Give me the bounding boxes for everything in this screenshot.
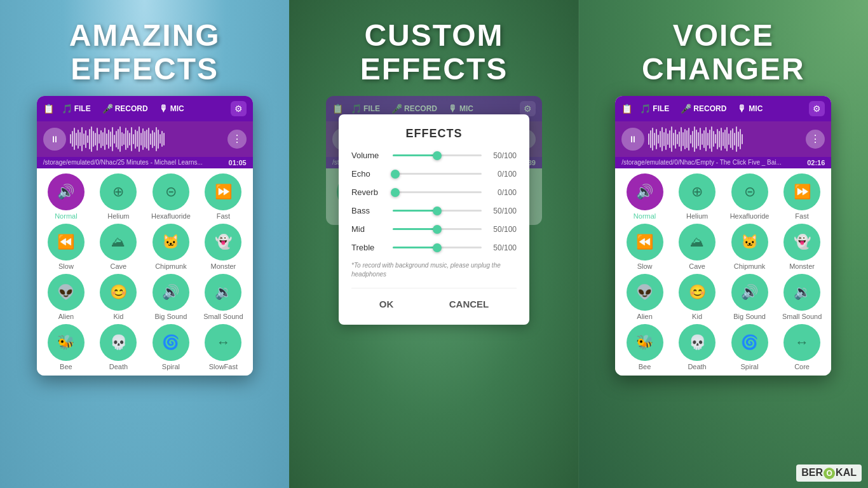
- waveform-bar: [98, 134, 100, 144]
- effect-bee[interactable]: 🐝 Bee: [42, 324, 91, 370]
- waveform-bar: [734, 133, 735, 146]
- pause-button[interactable]: ⏸: [43, 128, 66, 151]
- waveform-bar: [133, 134, 134, 144]
- alien-icon: 👽: [48, 274, 85, 311]
- mic-button[interactable]: 🎙 MIC: [156, 102, 188, 115]
- effect-cave[interactable]: ⛰ Cave: [94, 224, 143, 270]
- more-options-button[interactable]: ⋮: [227, 130, 247, 149]
- reverb-slider-track[interactable]: [393, 191, 482, 193]
- right-settings-button[interactable]: ⚙: [809, 101, 825, 116]
- waveform-bar: [722, 132, 724, 146]
- right-effect-label-big-sound: Big Sound: [733, 313, 766, 320]
- waveform-bar: [707, 133, 709, 146]
- waveform-bar: [675, 130, 676, 149]
- right-effect-cave[interactable]: ⛰ Cave: [673, 224, 722, 270]
- right-effect-core[interactable]: ↔ Core: [778, 324, 827, 370]
- effect-normal[interactable]: 🔊 Normal: [42, 173, 91, 220]
- right-waveform: [648, 126, 802, 152]
- effect-spiral[interactable]: 🌀 Spiral: [147, 324, 196, 370]
- treble-slider-track[interactable]: [393, 247, 482, 248]
- waveform-bar: [106, 133, 107, 145]
- waveform-bar: [658, 135, 659, 144]
- waveform-bar: [700, 128, 701, 150]
- effect-slowfast[interactable]: ↔ SlowFast: [199, 324, 248, 370]
- effect-chipmunk[interactable]: 🐱 Chipmunk: [147, 224, 196, 270]
- waveform-bar: [654, 133, 655, 146]
- file-button[interactable]: 🎵 FILE: [58, 102, 95, 115]
- right-file-button[interactable]: 🎵 FILE: [636, 102, 673, 115]
- waveform-bar: [703, 130, 705, 148]
- waveform-bar: [652, 128, 653, 151]
- volume-slider-track[interactable]: [393, 154, 482, 156]
- death-icon: 💀: [100, 324, 137, 361]
- right-pause-button[interactable]: ⏸: [621, 128, 644, 151]
- left-panel: AMAZING EFFECTS 📋 🎵 FILE 🎤 RECORD 🎙 MIC …: [0, 0, 289, 488]
- waveform-bar: [159, 134, 161, 144]
- waveform-bar: [79, 132, 81, 146]
- right-mic-button[interactable]: 🎙 MIC: [734, 102, 766, 115]
- effect-small-sound[interactable]: 🔉 Small Sound: [199, 274, 248, 320]
- right-big-sound-icon: 🔊: [731, 274, 768, 311]
- waveform-bar: [72, 131, 73, 147]
- waveform-bar: [696, 130, 697, 149]
- waveform-bar: [85, 130, 86, 148]
- right-effect-slow[interactable]: ⏪ Slow: [620, 224, 669, 270]
- right-effect-helium[interactable]: ⊕ Helium: [673, 173, 722, 220]
- helium-icon: ⊕: [100, 173, 137, 210]
- effect-monster[interactable]: 👻 Monster: [199, 224, 248, 270]
- right-slow-icon: ⏪: [627, 224, 663, 261]
- right-title: VOICE CHANGER: [642, 19, 805, 86]
- effect-helium[interactable]: ⊕ Helium: [94, 173, 143, 220]
- right-effect-chipmunk[interactable]: 🐱 Chipmunk: [725, 224, 774, 270]
- right-effect-label-core: Core: [794, 363, 810, 370]
- mic-icon-right: 🎤: [681, 104, 691, 114]
- ok-button[interactable]: OK: [367, 296, 407, 312]
- waveform-bar: [690, 135, 691, 144]
- reverb-label: Reverb: [351, 187, 386, 197]
- right-effect-alien[interactable]: 👽 Alien: [620, 274, 669, 320]
- right-effect-normal[interactable]: 🔊 Normal: [620, 173, 669, 220]
- waveform-bar: [70, 134, 71, 144]
- right-bee-icon: 🐝: [627, 324, 663, 361]
- right-effect-label-hexafluoride: Hexafluoride: [730, 212, 770, 220]
- cancel-button[interactable]: CANCEL: [437, 296, 502, 312]
- mid-slider-track[interactable]: [393, 228, 482, 230]
- echo-slider-track[interactable]: [393, 173, 482, 175]
- right-effect-big-sound[interactable]: 🔊 Big Sound: [725, 274, 774, 320]
- right-effect-kid[interactable]: 😊 Kid: [673, 274, 722, 320]
- effect-kid[interactable]: 😊 Kid: [94, 274, 143, 320]
- effect-hexafluoride[interactable]: ⊝ Hexafluoride: [147, 173, 196, 220]
- record-button[interactable]: 🎤 RECORD: [98, 102, 152, 115]
- right-effect-death[interactable]: 💀 Death: [673, 324, 722, 370]
- cave-icon: ⛰: [100, 224, 137, 261]
- effect-alien[interactable]: 👽 Alien: [42, 274, 91, 320]
- settings-button[interactable]: ⚙: [231, 101, 247, 116]
- right-effects-grid: 🔊 Normal ⊕ Helium ⊝ Hexafluoride ⏩ Fast …: [615, 168, 831, 376]
- effect-big-sound[interactable]: 🔊 Big Sound: [147, 274, 196, 320]
- effect-label-small-sound: Small Sound: [203, 313, 243, 320]
- kid-icon: 😊: [100, 274, 137, 311]
- effect-slow[interactable]: ⏪ Slow: [42, 224, 91, 270]
- right-effect-monster[interactable]: 👻 Monster: [778, 224, 827, 270]
- left-waveform-area: ⏸: [37, 121, 253, 157]
- small-sound-icon: 🔉: [205, 274, 241, 311]
- right-waveform-bars: [648, 126, 802, 152]
- right-effect-hexafluoride[interactable]: ⊝ Hexafluoride: [725, 173, 774, 220]
- track-name: /storage/emulated/0/Nhac/25 Minutes - Mi…: [43, 159, 203, 166]
- bass-slider-track[interactable]: [393, 210, 482, 212]
- waveform-bar: [730, 130, 731, 148]
- right-effect-spiral[interactable]: 🌀 Spiral: [725, 324, 774, 370]
- volume-slider-fill: [393, 154, 437, 156]
- effect-death[interactable]: 💀 Death: [94, 324, 143, 370]
- right-cave-icon: ⛰: [679, 224, 715, 261]
- waveform-bar: [726, 127, 728, 151]
- mid-value: 50/100: [488, 225, 517, 234]
- right-panel: VOICE CHANGER 📋 🎵 FILE 🎤 RECORD 🎙 MIC ⚙ …: [579, 0, 868, 488]
- right-effect-bee[interactable]: 🐝 Bee: [620, 324, 669, 370]
- right-effect-fast[interactable]: ⏩ Fast: [778, 173, 827, 220]
- right-record-button[interactable]: 🎤 RECORD: [677, 102, 730, 115]
- effect-fast[interactable]: ⏩ Fast: [199, 173, 248, 220]
- waveform-bar: [158, 130, 159, 149]
- right-effect-small-sound[interactable]: 🔉 Small Sound: [778, 274, 827, 320]
- right-more-button[interactable]: ⋮: [806, 130, 825, 149]
